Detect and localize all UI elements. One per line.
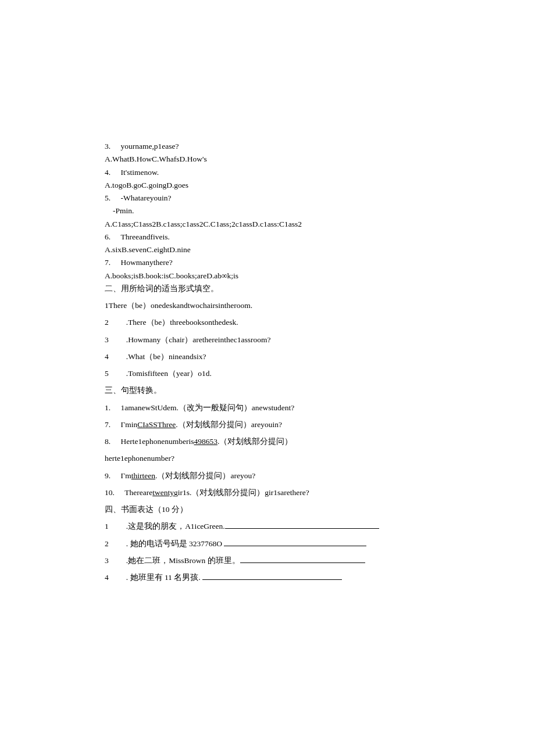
sec2-item5-text: .Tomisfifteen（year）o1d. bbox=[126, 369, 212, 378]
sec4-item4-text: . 她班里有 11 名男孩. bbox=[126, 573, 202, 582]
sec2-item5-num: 5 bbox=[105, 368, 112, 379]
sec3-item1-num: 1. bbox=[105, 403, 110, 412]
sec3-item8-post: .（对划线部分提问） bbox=[217, 437, 293, 446]
sec3-item8b: herte1ephonenumber? bbox=[105, 453, 430, 464]
document-content: 3. yourname,p1ease? A.WhatB.HowC.WhafsD.… bbox=[105, 141, 430, 589]
q5-stem: 5. -Whatareyouin? bbox=[105, 192, 430, 204]
sec3-item1-text: 1amanewStUdem.（改为一般疑问句）anewstudent? bbox=[113, 403, 295, 412]
sec3-item7: 7. ΓminCIaSSThree.（对划线部分提问）areyouin? bbox=[105, 419, 430, 431]
sec3-item10: 10. Therearetwentygir1s.（对划线部分提问）gir1sar… bbox=[105, 487, 430, 499]
sec3-item7-underline: CIaSSThree bbox=[137, 420, 176, 429]
sec3-item9-pre: Γm bbox=[121, 471, 131, 480]
sec3-item7-num: 7. bbox=[105, 420, 110, 429]
q6-num: 6. bbox=[105, 232, 110, 241]
q6-text: Threeandfiveis. bbox=[113, 232, 170, 241]
sec3-item7-pre: Γmin bbox=[121, 420, 138, 429]
blank-line bbox=[225, 522, 379, 529]
sec4-item2: 2 . 她的电话号码是 3237768O bbox=[105, 538, 430, 550]
q7-text: Howmanythere? bbox=[113, 258, 173, 267]
sec3-item8: 8. Herte1ephonenumberis498653.（对划线部分提问） bbox=[105, 436, 430, 447]
sec2-item4: 4 .What（be）nineandsix? bbox=[105, 351, 430, 363]
q5-text: -Whatareyouin? bbox=[113, 194, 172, 202]
q3-stem: 3. yourname,p1ease? bbox=[105, 141, 430, 152]
q7-options: A.books;isB.book:isC.books;areD.ab∞k;is bbox=[105, 270, 430, 282]
sec4-item3-text: .她在二班，MissBrown 的班里。 bbox=[126, 556, 240, 565]
sec3-item10-post: gir1s.（对划线部分提问）gir1sarethere? bbox=[174, 488, 309, 497]
sec3-item9: 9. Γmthirteen.（对划线部分提问）areyou? bbox=[105, 470, 430, 482]
sec2-item5: 5 .Tomisfifteen（year）o1d. bbox=[105, 368, 430, 379]
section-3-title: 三、句型转换。 bbox=[105, 385, 430, 396]
q6-stem: 6. Threeandfiveis. bbox=[105, 231, 430, 243]
q3-text: yourname,p1ease? bbox=[113, 142, 179, 151]
sec4-item3-num: 3 bbox=[105, 555, 112, 567]
q7-stem: 7. Howmanythere? bbox=[105, 257, 430, 268]
sec3-item8-pre: Herte1ephonenumberis bbox=[121, 437, 194, 446]
sec2-item2-text: .There（be）threebooksonthedesk. bbox=[126, 318, 238, 327]
sec3-item8-num: 8. bbox=[105, 437, 110, 446]
blank-line bbox=[240, 556, 365, 563]
q4-stem: 4. It'stimenow. bbox=[105, 167, 430, 178]
sec4-item2-num: 2 bbox=[105, 538, 112, 550]
q3-options: A.WhatB.HowC.WhafsD.How's bbox=[105, 153, 430, 165]
q4-text: It'stimenow. bbox=[113, 168, 159, 177]
sec4-item1-num: 1 bbox=[105, 521, 112, 532]
sec2-item2: 2 .There（be）threebooksonthedesk. bbox=[105, 317, 430, 328]
sec3-item9-post: .（对划线部分提问）areyou? bbox=[155, 471, 255, 480]
q5-stem2: -Pmin. bbox=[105, 205, 430, 217]
section-4-title: 四、书面表达（10 分） bbox=[105, 504, 430, 515]
sec2-item4-num: 4 bbox=[105, 351, 112, 363]
section-2-title: 二、用所给词的适当形式填空。 bbox=[105, 283, 430, 295]
blank-line bbox=[224, 539, 366, 546]
sec4-item1: 1 .这是我的朋友，A1iceGreen. bbox=[105, 521, 430, 532]
sec2-item2-num: 2 bbox=[105, 317, 112, 328]
sec3-item8-underline: 498653 bbox=[194, 437, 217, 446]
sec3-item10-num: 10. bbox=[105, 488, 115, 497]
sec2-item3-num: 3 bbox=[105, 334, 112, 346]
q5-options: A.C1ass;C1ass2B.c1ass;c1ass2C.C1ass;2c1a… bbox=[105, 218, 430, 230]
sec4-item4-num: 4 bbox=[105, 572, 112, 583]
q5-num: 5. bbox=[105, 194, 110, 202]
q4-num: 4. bbox=[105, 168, 110, 177]
sec4-item3: 3 .她在二班，MissBrown 的班里。 bbox=[105, 555, 430, 567]
sec2-item1: 1There（be）onedeskandtwochairsintheroom. bbox=[105, 300, 430, 311]
sec4-item2-text: . 她的电话号码是 3237768O bbox=[126, 539, 224, 548]
sec2-item3: 3 .Howmany（chair）arethereinthec1assroom? bbox=[105, 334, 430, 346]
sec4-item1-text: .这是我的朋友，A1iceGreen. bbox=[126, 522, 225, 531]
sec3-item1: 1. 1amanewStUdem.（改为一般疑问句）anewstudent? bbox=[105, 402, 430, 414]
q3-num: 3. bbox=[105, 142, 110, 151]
sec3-item9-underline: thirteen bbox=[131, 471, 155, 480]
q7-num: 7. bbox=[105, 258, 110, 267]
q4-options: A.togoB.goC.goingD.goes bbox=[105, 180, 430, 191]
sec3-item10-underline: twenty bbox=[152, 488, 174, 497]
sec3-item10-pre: Thereare bbox=[124, 488, 152, 497]
sec3-item7-post: .（对划线部分提问）areyouin? bbox=[176, 420, 282, 429]
sec3-item9-num: 9. bbox=[105, 471, 110, 480]
q6-options: A.sixB.sevenC.eightD.nine bbox=[105, 244, 430, 256]
sec4-item4: 4 . 她班里有 11 名男孩. bbox=[105, 572, 430, 583]
blank-line bbox=[202, 573, 342, 580]
sec2-item3-text: .Howmany（chair）arethereinthec1assroom? bbox=[126, 335, 271, 344]
sec2-item4-text: .What（be）nineandsix? bbox=[126, 352, 206, 361]
